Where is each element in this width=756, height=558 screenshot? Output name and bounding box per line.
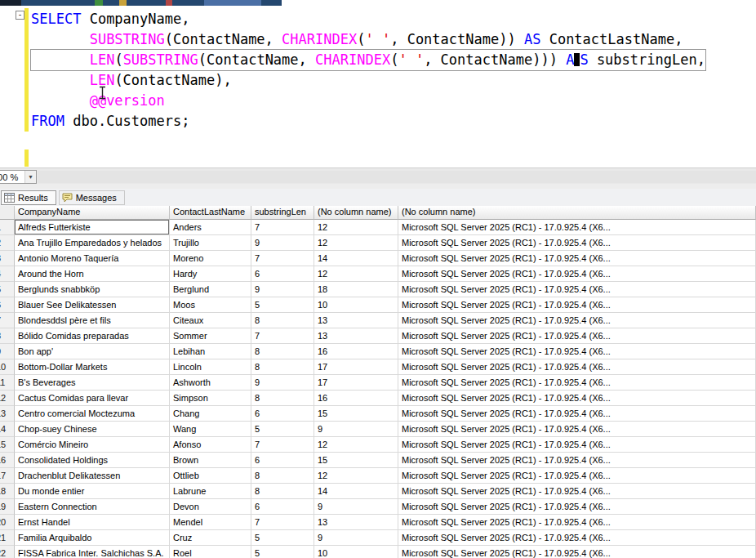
grid-cell[interactable]: 12 (314, 266, 398, 282)
row-header[interactable]: 8 (0, 328, 15, 344)
grid-cell[interactable]: Chang (170, 406, 251, 422)
grid-cell[interactable]: 16 (314, 344, 398, 359)
grid-cell[interactable]: 12 (314, 468, 398, 484)
row-header[interactable]: 22 (0, 546, 15, 558)
grid-cell[interactable]: 16 (314, 391, 398, 406)
grid-cell[interactable]: 18 (314, 282, 398, 297)
grid-cell[interactable]: 9 (314, 422, 398, 437)
grid-cell[interactable]: 10 (314, 546, 398, 558)
grid-cell[interactable]: 10 (314, 297, 398, 313)
grid-cell[interactable]: Microsoft SQL Server 2025 (RC1) - 17.0.9… (398, 484, 756, 499)
grid-cell[interactable]: 9 (251, 235, 314, 251)
grid-cell[interactable]: Ana Trujillo Emparedados y helados (15, 235, 170, 251)
grid-cell[interactable]: 7 (251, 515, 314, 530)
code-line-3[interactable]: LEN(SUBSTRING(ContactName, CHARINDEX(' '… (31, 50, 705, 70)
grid-cell[interactable]: 6 (251, 406, 314, 422)
row-header[interactable]: 14 (0, 422, 15, 437)
row-header[interactable]: 4 (0, 266, 15, 282)
grid-cell[interactable]: 5 (251, 546, 314, 558)
grid-cell[interactable]: Ottlieb (170, 468, 251, 484)
grid-cell[interactable]: Alfreds Futterkiste (15, 220, 170, 235)
tab-messages[interactable]: Messages (59, 190, 125, 205)
grid-cell[interactable]: Microsoft SQL Server 2025 (RC1) - 17.0.9… (398, 266, 756, 282)
column-header[interactable]: substringLen (251, 206, 314, 220)
grid-cell[interactable]: Microsoft SQL Server 2025 (RC1) - 17.0.9… (398, 251, 756, 266)
grid-cell[interactable]: 8 (251, 468, 314, 484)
code-line-4[interactable]: LEN(ContactName), (31, 70, 705, 91)
grid-cell[interactable]: Cactus Comidas para llevar (15, 391, 170, 406)
row-header[interactable]: 10 (0, 359, 15, 375)
grid-cell[interactable]: Consolidated Holdings (15, 453, 170, 468)
grid-cell[interactable]: Moos (170, 297, 251, 313)
grid-cell[interactable]: 5 (251, 530, 314, 546)
row-header[interactable]: 6 (0, 297, 15, 313)
row-header[interactable]: 5 (0, 282, 15, 297)
grid-corner-cell[interactable] (0, 206, 15, 220)
pane-splitter[interactable] (0, 184, 756, 189)
row-header[interactable]: 9 (0, 344, 15, 359)
grid-cell[interactable]: Hardy (170, 266, 251, 282)
grid-cell[interactable]: Blauer See Delikatessen (15, 297, 170, 313)
grid-cell[interactable]: 13 (314, 328, 398, 344)
row-header[interactable]: 19 (0, 499, 15, 515)
row-header[interactable]: 20 (0, 515, 15, 530)
grid-cell[interactable]: Moreno (170, 251, 251, 266)
grid-cell[interactable]: 7 (251, 328, 314, 344)
grid-cell[interactable]: Ernst Handel (15, 515, 170, 530)
grid-cell[interactable]: Drachenblut Delikatessen (15, 468, 170, 484)
grid-cell[interactable]: Anders (170, 220, 251, 235)
grid-cell[interactable]: Microsoft SQL Server 2025 (RC1) - 17.0.9… (398, 282, 756, 297)
grid-cell[interactable]: Simpson (170, 391, 251, 406)
grid-cell[interactable]: 6 (251, 499, 314, 515)
grid-cell[interactable]: 8 (251, 344, 314, 359)
grid-cell[interactable]: Microsoft SQL Server 2025 (RC1) - 17.0.9… (398, 220, 756, 235)
row-header[interactable]: 15 (0, 437, 15, 453)
grid-cell[interactable]: 9 (251, 282, 314, 297)
grid-cell[interactable]: Microsoft SQL Server 2025 (RC1) - 17.0.9… (398, 328, 756, 344)
grid-cell[interactable]: 9 (314, 530, 398, 546)
grid-cell[interactable]: Lebihan (170, 344, 251, 359)
grid-cell[interactable]: Microsoft SQL Server 2025 (RC1) - 17.0.9… (398, 437, 756, 453)
row-header[interactable]: 2 (0, 235, 15, 251)
grid-cell[interactable]: Cruz (170, 530, 251, 546)
row-header[interactable]: 12 (0, 391, 15, 406)
grid-cell[interactable]: Lincoln (170, 359, 251, 375)
grid-cell[interactable]: Blondesddsl père et fils (15, 313, 170, 328)
grid-cell[interactable]: 15 (314, 406, 398, 422)
grid-cell[interactable]: Ashworth (170, 375, 251, 391)
grid-cell[interactable]: Antonio Moreno Taquería (15, 251, 170, 266)
row-header[interactable]: 17 (0, 468, 15, 484)
code-fold-toggle[interactable]: - (16, 11, 24, 20)
grid-cell[interactable]: Sommer (170, 328, 251, 344)
grid-cell[interactable]: 8 (251, 313, 314, 328)
grid-cell[interactable]: Microsoft SQL Server 2025 (RC1) - 17.0.9… (398, 453, 756, 468)
column-header[interactable]: (No column name) (398, 206, 756, 220)
grid-cell[interactable]: Microsoft SQL Server 2025 (RC1) - 17.0.9… (398, 297, 756, 313)
grid-cell[interactable]: Around the Horn (15, 266, 170, 282)
grid-cell[interactable]: Citeaux (170, 313, 251, 328)
grid-cell[interactable]: Centro comercial Moctezuma (15, 406, 170, 422)
grid-cell[interactable]: Mendel (170, 515, 251, 530)
column-header[interactable]: ContactLastName (170, 206, 251, 220)
horizontal-scrollbar[interactable] (38, 171, 756, 183)
grid-cell[interactable]: 17 (314, 375, 398, 391)
code-line-1[interactable]: SELECT CompanyName, (31, 9, 705, 29)
grid-cell[interactable]: 12 (314, 220, 398, 235)
grid-cell[interactable]: Eastern Connection (15, 499, 170, 515)
grid-cell[interactable]: Microsoft SQL Server 2025 (RC1) - 17.0.9… (398, 406, 756, 422)
grid-cell[interactable]: Bólido Comidas preparadas (15, 328, 170, 344)
grid-cell[interactable]: 7 (251, 437, 314, 453)
grid-cell[interactable]: Roel (170, 546, 251, 558)
grid-cell[interactable]: 8 (251, 391, 314, 406)
grid-cell[interactable]: 6 (251, 453, 314, 468)
grid-cell[interactable]: Microsoft SQL Server 2025 (RC1) - 17.0.9… (398, 468, 756, 484)
grid-cell[interactable]: FISSA Fabrica Inter. Salchichas S.A. (15, 546, 170, 558)
row-header[interactable]: 21 (0, 530, 15, 546)
grid-cell[interactable]: Wang (170, 422, 251, 437)
grid-cell[interactable]: 14 (314, 484, 398, 499)
grid-cell[interactable]: Microsoft SQL Server 2025 (RC1) - 17.0.9… (398, 422, 756, 437)
row-header[interactable]: 16 (0, 453, 15, 468)
row-header[interactable]: 7 (0, 313, 15, 328)
grid-cell[interactable]: Bon app' (15, 344, 170, 359)
grid-cell[interactable]: 9 (251, 375, 314, 391)
